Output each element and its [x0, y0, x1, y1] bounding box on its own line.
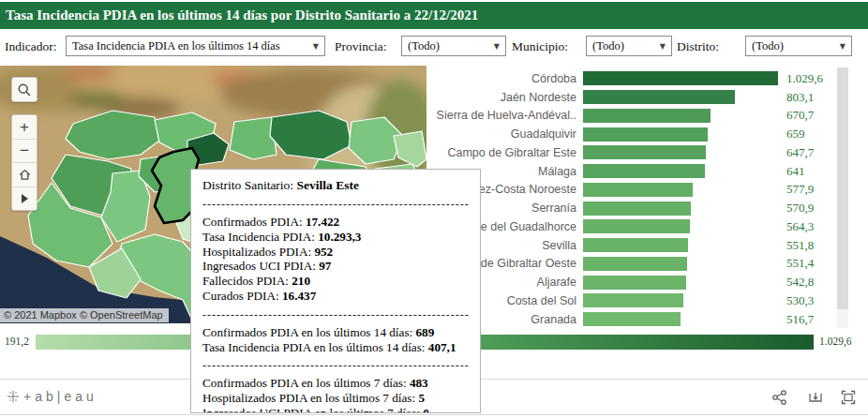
bar[interactable] [583, 183, 693, 197]
map-attribution[interactable]: © 2021 Mapbox © OpenStreetMap [0, 308, 169, 322]
bar-category-label: Jaén Nordeste [427, 91, 576, 104]
bar-value-label: 641 [786, 164, 805, 179]
bar-track [583, 276, 782, 290]
bar-row[interactable]: Valle del Guadalhorce564,3 [427, 217, 837, 236]
share-button[interactable] [771, 389, 788, 406]
bar-track [583, 109, 782, 123]
bar-category-label: Córdoba [427, 72, 576, 85]
tooltip-separator [202, 198, 469, 211]
bar[interactable] [583, 257, 687, 271]
tooltip-stat: Ingresados UCI PDIA: 97 [202, 259, 469, 274]
bar-value-label: 570,9 [786, 201, 814, 216]
tooltip-stat: Confirmados PDIA: 17.422 [202, 215, 469, 230]
bar-value-label: 577,9 [786, 182, 814, 197]
pan-button[interactable] [12, 187, 37, 211]
chart-scrollbar[interactable] [837, 67, 848, 328]
bar-row[interactable]: Campo de Gibraltar Oeste551,4 [427, 255, 837, 274]
arrow-right-icon [19, 193, 30, 204]
page-title: Tasa Incidencia PDIA en los últimos 14 d… [0, 2, 868, 29]
bar-track [583, 164, 782, 178]
bar[interactable] [583, 276, 686, 290]
bar-row[interactable]: Serranía570,9 [427, 199, 837, 217]
bar[interactable] [583, 164, 705, 178]
bar-track [583, 219, 782, 233]
indicador-value: Tasa Incidencia PDIA en los últimos 14 d… [72, 39, 280, 53]
search-icon [17, 82, 32, 97]
tooltip-title: Distrito Sanitario: Sevilla Este [202, 178, 469, 193]
bar-row[interactable]: Jaén Nordeste803,1 [427, 88, 837, 107]
tooltip-title-value: Sevilla Este [297, 178, 359, 192]
bar-row[interactable]: Sierra de Huelva-Andéval..670,7 [427, 107, 837, 126]
legend-max-label: 1.029,6 [819, 336, 852, 347]
bar-value-label: 516,7 [786, 312, 814, 327]
distrito-dropdown[interactable]: (Todo) ▼ [745, 36, 852, 56]
bar[interactable] [583, 202, 691, 216]
bar[interactable] [583, 109, 711, 123]
tooltip-separator [202, 359, 469, 372]
bar-row[interactable]: Granada516,7 [427, 310, 837, 328]
tooltip-stat: Hospitalizados PDIA: 952 [202, 245, 469, 260]
bar[interactable] [583, 238, 688, 252]
municipio-dropdown[interactable]: (Todo) ▼ [586, 36, 672, 56]
bar-value-label: 542,8 [786, 275, 814, 290]
map-search-button[interactable] [11, 77, 37, 102]
provincia-dropdown[interactable]: (Todo) ▼ [401, 36, 506, 56]
bar-value-label: 551,8 [786, 238, 814, 253]
bar-row[interactable]: Costa del Sol530,3 [427, 291, 837, 310]
bar[interactable] [583, 312, 681, 326]
filter-label-provincia: Provincia: [335, 39, 387, 54]
bar-row[interactable]: Guadalquivir659 [427, 125, 837, 143]
tooltip-stat: Tasa Incidencia PDIA: 10.293,3 [202, 230, 469, 245]
bar-value-label: 803,1 [786, 90, 814, 105]
fullscreen-icon [840, 389, 857, 406]
download-button[interactable] [807, 389, 824, 406]
bar-row[interactable]: Aljarafe542,8 [427, 273, 837, 291]
provincia-value: (Todo) [408, 39, 440, 53]
bar[interactable] [583, 219, 690, 233]
home-button[interactable] [12, 163, 37, 187]
zoom-in-button[interactable]: + [12, 115, 37, 140]
tooltip-body: Confirmados PDIA: 17.422Tasa Incidencia … [202, 198, 469, 413]
bar-track [583, 293, 782, 307]
home-icon [18, 168, 32, 182]
tooltip-stat: Confirmados PDIA en los últimos 14 días:… [202, 325, 469, 340]
bar[interactable] [583, 71, 778, 85]
bar-row[interactable]: Córdoba1.029,6 [427, 69, 837, 88]
bar-track [583, 90, 782, 104]
bar-value-label: 670,7 [786, 108, 814, 123]
indicador-dropdown[interactable]: Tasa Incidencia PDIA en los últimos 14 d… [66, 36, 325, 56]
bar-row[interactable]: Sevilla551,8 [427, 236, 837, 255]
tooltip-separator [202, 308, 469, 321]
bar[interactable] [583, 90, 735, 104]
bar-value-label: 659 [786, 127, 805, 142]
bar-category-label: Sierra de Huelva-Andéval.. [427, 109, 576, 122]
scrollbar-thumb[interactable] [837, 67, 848, 309]
bar-value-label: 647,7 [786, 145, 814, 160]
bar-category-label: Campo de Gibraltar Este [427, 146, 576, 159]
fullscreen-button[interactable] [840, 389, 857, 406]
distrito-value: (Todo) [752, 39, 784, 53]
download-icon [807, 389, 824, 406]
bar-category-label: Guadalquivir [427, 127, 576, 141]
bar-track [583, 71, 782, 85]
bar-row[interactable]: Campo de Gibraltar Este647,7 [427, 143, 837, 162]
tooltip-stat: Fallecidos PDIA: 210 [202, 274, 469, 289]
share-icon [771, 389, 788, 406]
tooltip-stat: Confirmados PDIA en los últimos 7 días: … [202, 376, 469, 391]
bar[interactable] [583, 127, 708, 142]
bar-row[interactable]: Jerez-Costa Noroeste577,9 [427, 181, 837, 200]
bar-track [583, 202, 782, 216]
zoom-out-button[interactable]: − [12, 140, 37, 164]
chevron-down-icon: ▼ [660, 42, 666, 51]
bar[interactable] [583, 145, 706, 159]
bar-track [583, 238, 782, 252]
filter-label-municipio: Municipio: [512, 39, 568, 54]
dashboard: Tasa Incidencia PDIA en los últimos 14 d… [0, 0, 868, 418]
municipio-value: (Todo) [592, 39, 624, 53]
bar-track [583, 145, 782, 159]
plus-icon: + [20, 119, 29, 135]
bar[interactable] [583, 293, 683, 307]
bar-track [583, 127, 782, 142]
bar-row[interactable]: Málaga641 [427, 162, 837, 181]
tableau-logo[interactable]: +ab|eau [7, 389, 97, 404]
